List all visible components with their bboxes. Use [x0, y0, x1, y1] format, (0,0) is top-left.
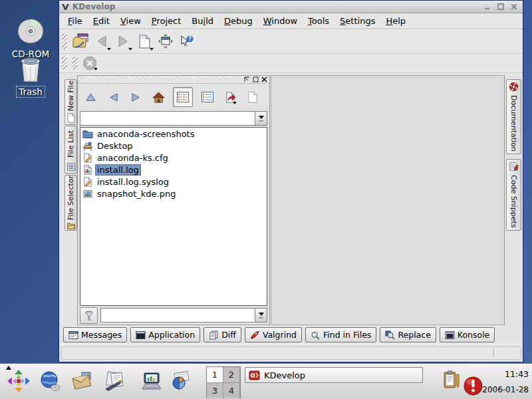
konsole-icon — [445, 331, 455, 340]
stop-dropdown-arrow — [94, 68, 98, 70]
folder-icon — [82, 129, 93, 139]
close-button[interactable] — [509, 3, 518, 11]
impress-launcher[interactable] — [141, 372, 162, 390]
menu-tools[interactable]: Tools — [303, 16, 334, 26]
trash-icon — [17, 56, 44, 84]
file-list-tab-icon — [66, 162, 76, 172]
tab-valgrind[interactable]: Valgrind — [245, 327, 302, 342]
home-button[interactable] — [150, 89, 166, 105]
taskbar-kdevelop-button[interactable]: KDevelop — [245, 367, 423, 383]
tab-code-snippets[interactable]: Code Snippets — [506, 159, 521, 231]
pager-desktop-3[interactable]: 3 — [207, 383, 223, 398]
filter-field[interactable] — [100, 308, 255, 323]
tab-find-in-files[interactable]: Find in Files — [305, 327, 376, 342]
tab-diff[interactable]: Diff — [203, 327, 241, 342]
minimize-button[interactable] — [483, 3, 491, 11]
file-selector-toolbar — [78, 84, 269, 110]
desktop: { "colors": { "desktop_blue": "#38599a",… — [0, 0, 532, 399]
web-browser-launcher[interactable] — [39, 370, 61, 392]
presentation-laptop-icon — [141, 372, 162, 390]
menu-file[interactable]: File — [63, 16, 88, 26]
kdevelop-window: KDevelop File Edit View Project Build De… — [59, 0, 523, 362]
menu-build[interactable]: Build — [186, 16, 219, 26]
menu-help[interactable]: Help — [380, 16, 411, 26]
file-row[interactable]: anaconda-ks.cfg — [80, 152, 267, 164]
tab-documentation[interactable]: Documentation — [506, 79, 521, 154]
tab-konsole[interactable]: Konsole — [440, 327, 495, 342]
tab-application[interactable]: Application — [130, 327, 200, 342]
menu-edit[interactable]: Edit — [88, 16, 115, 26]
path-combobox[interactable] — [80, 111, 267, 126]
fs-forward-button[interactable] — [128, 89, 144, 105]
short-view-button[interactable] — [173, 87, 193, 107]
file-row[interactable]: snapshot_kde.png — [80, 188, 267, 200]
dock-header[interactable] — [78, 76, 269, 84]
new-file-button[interactable] — [134, 31, 155, 51]
menu-window[interactable]: Window — [258, 16, 303, 26]
home-icon — [152, 92, 165, 103]
dock-maximize-button[interactable] — [253, 76, 259, 82]
file-list[interactable]: anaconda-screenshots Desktop anaconda-ks… — [80, 127, 267, 306]
file-row[interactable]: Desktop — [80, 140, 267, 152]
valgrind-rocket-icon — [250, 331, 260, 340]
pager-desktop-2[interactable]: 2 — [223, 367, 239, 382]
sync-bookmark-button[interactable] — [222, 89, 238, 105]
raise-editor-button[interactable] — [155, 31, 176, 51]
path-dropdown-button[interactable] — [255, 111, 267, 126]
window-title: KDevelop — [72, 2, 115, 11]
clock-time: 11:43 — [482, 369, 529, 379]
file-row[interactable]: anaconda-screenshots — [80, 128, 267, 140]
filter-combobox[interactable] — [100, 308, 267, 323]
pager-desktop-4[interactable]: 4 — [223, 383, 239, 398]
menu-view[interactable]: View — [115, 16, 146, 26]
forward-button[interactable] — [112, 31, 134, 51]
menu-debug[interactable]: Debug — [219, 16, 258, 26]
open-project-button[interactable] — [70, 31, 91, 51]
toolbar-handle[interactable] — [72, 57, 78, 70]
pager-desktop-1[interactable]: 1 — [207, 367, 223, 382]
main-menu-button[interactable] — [7, 369, 31, 393]
titlebar[interactable]: KDevelop — [59, 1, 523, 13]
back-dropdown-arrow — [107, 48, 111, 51]
tab-new-file[interactable]: New File — [65, 79, 77, 125]
toolbar-handle[interactable] — [62, 57, 67, 70]
new-file-dropdown-arrow — [150, 48, 154, 51]
detailed-view-button[interactable] — [200, 89, 215, 105]
whats-this-button[interactable]: ? — [176, 31, 198, 51]
maximize-button[interactable] — [496, 3, 505, 11]
toolbar-handle[interactable] — [62, 33, 67, 49]
stop-button[interactable] — [80, 55, 99, 71]
email-envelope-icon — [70, 371, 93, 391]
filter-dropdown-button[interactable] — [255, 308, 267, 323]
build-toolbar — [59, 54, 523, 73]
pie-chart-icon — [170, 371, 191, 390]
fs-back-button[interactable] — [105, 89, 121, 105]
filter-button[interactable] — [80, 307, 98, 324]
menu-settings[interactable]: Settings — [334, 16, 380, 26]
back-button[interactable] — [91, 31, 112, 51]
back-icon — [94, 35, 109, 48]
dropdown-arrow-icon — [259, 116, 264, 119]
file-row[interactable]: install.log.syslog — [80, 176, 267, 188]
dock-float-button[interactable] — [244, 76, 250, 82]
clock-widget[interactable]: 11:43 2006-01-28 — [482, 367, 529, 394]
file-selector-tab-icon — [66, 221, 76, 230]
tab-file-selector[interactable]: File Selector — [65, 175, 77, 231]
tab-file-list[interactable]: File List — [65, 126, 77, 174]
tab-replace[interactable]: Replace — [380, 327, 436, 342]
desktop-icon-trash[interactable]: Trash — [5, 56, 56, 98]
file-row-selected[interactable]: install.log — [80, 164, 267, 176]
klipper-tray-icon[interactable] — [443, 370, 460, 390]
calc-launcher[interactable] — [170, 371, 191, 390]
menu-project[interactable]: Project — [146, 16, 187, 26]
alert-tray-icon[interactable] — [463, 376, 483, 396]
status-bar-field — [61, 346, 521, 360]
fs-new-file-button[interactable] — [245, 89, 261, 105]
desktop-icon-cdrom[interactable]: CD-ROM — [5, 17, 56, 60]
email-launcher[interactable] — [70, 371, 93, 391]
path-field[interactable] — [80, 111, 255, 126]
up-button[interactable] — [82, 89, 98, 105]
dock-close-button[interactable] — [261, 76, 267, 82]
tab-messages[interactable]: Messages — [63, 327, 127, 342]
writer-launcher[interactable] — [104, 370, 126, 391]
